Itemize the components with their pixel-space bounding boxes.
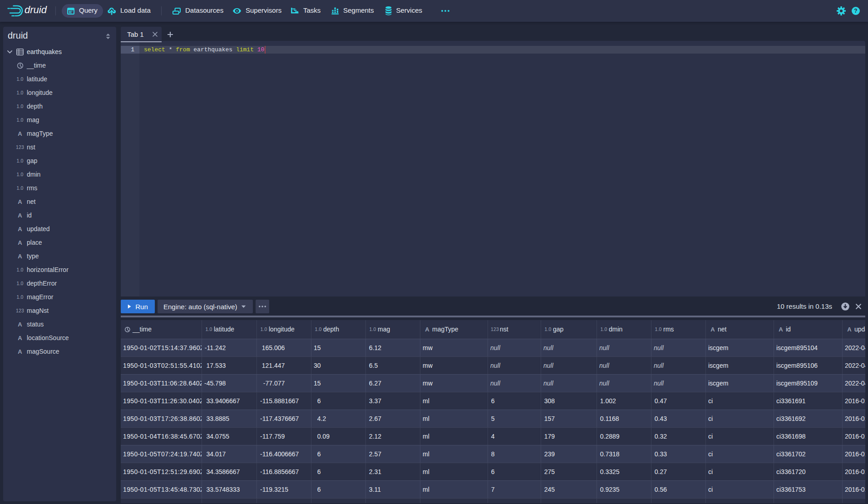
svg-text:?: ? <box>854 8 857 14</box>
